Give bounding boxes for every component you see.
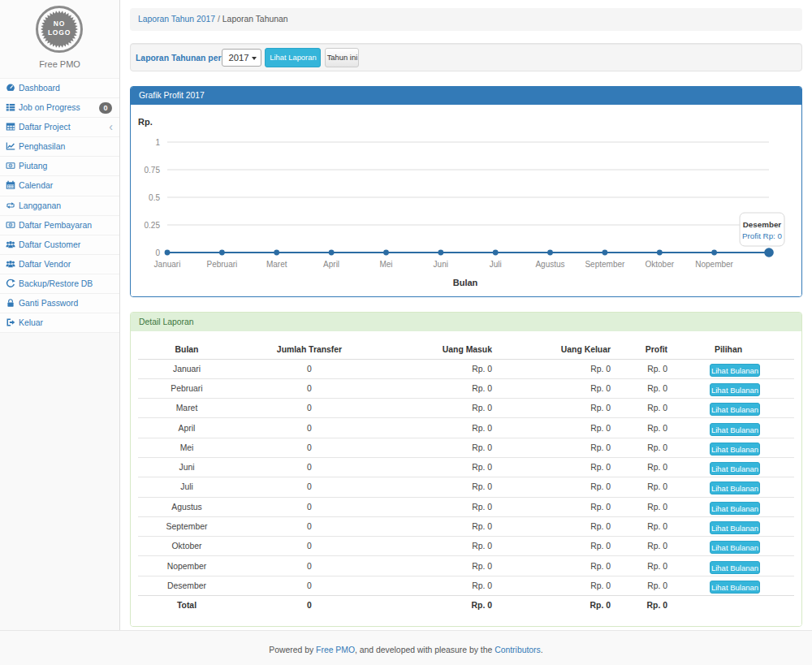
svg-text:April: April — [323, 260, 339, 269]
svg-text:Rp.: Rp. — [138, 117, 153, 127]
svg-text:Juni: Juni — [434, 260, 448, 269]
svg-text:0.75: 0.75 — [145, 166, 161, 175]
svg-text:LOGO: LOGO — [48, 28, 71, 37]
svg-text:Nopember: Nopember — [695, 260, 733, 269]
svg-text:Pebruari: Pebruari — [206, 260, 237, 269]
svg-text:Agustus: Agustus — [535, 260, 564, 269]
svg-text:Oktober: Oktober — [646, 260, 675, 269]
svg-text:0.25: 0.25 — [145, 221, 161, 230]
svg-text:Januari: Januari — [154, 260, 181, 269]
svg-text:Desember: Desember — [743, 220, 782, 229]
svg-text:0.5: 0.5 — [149, 193, 160, 202]
svg-text:Juli: Juli — [490, 260, 502, 269]
svg-text:September: September — [585, 260, 625, 269]
svg-text:1: 1 — [155, 138, 160, 147]
svg-text:NO: NO — [54, 19, 65, 28]
svg-text:0: 0 — [155, 248, 160, 257]
svg-text:Mei: Mei — [379, 260, 392, 269]
svg-text:Profit Rp: 0: Profit Rp: 0 — [742, 231, 783, 240]
svg-text:Bulan: Bulan — [453, 278, 478, 287]
svg-text:Maret: Maret — [266, 260, 287, 269]
